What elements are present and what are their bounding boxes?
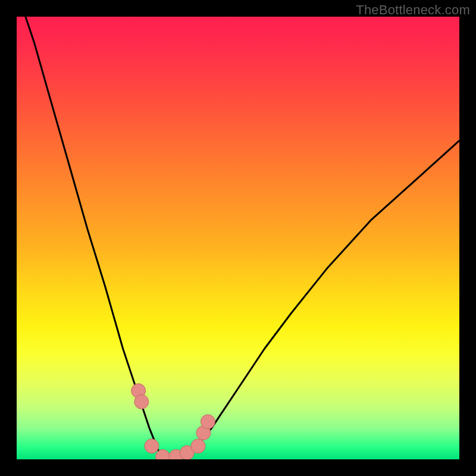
highlight-markers <box>131 384 215 459</box>
marker-point <box>201 415 215 429</box>
curve-layer <box>17 17 459 459</box>
bottleneck-curve <box>17 17 459 459</box>
marker-point <box>191 439 205 453</box>
plot-area <box>17 17 459 459</box>
attribution-text: TheBottleneck.com <box>356 2 470 18</box>
marker-point <box>134 394 149 409</box>
marker-point <box>145 439 159 453</box>
chart-frame: TheBottleneck.com <box>0 0 476 476</box>
